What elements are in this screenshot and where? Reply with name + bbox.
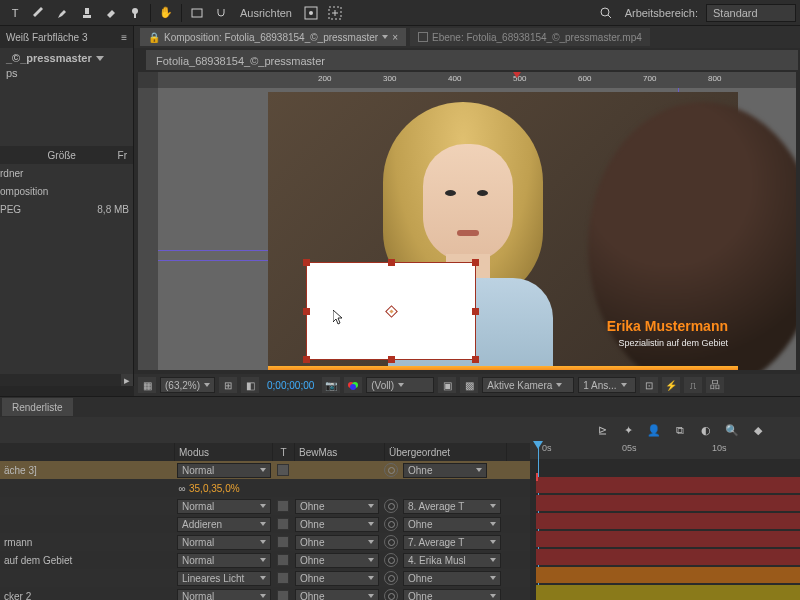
- track-matte-toggle[interactable]: [277, 536, 289, 548]
- fast-preview-icon[interactable]: ⚡: [662, 377, 680, 393]
- resize-handle[interactable]: [303, 308, 310, 315]
- parent-combo[interactable]: Ohne: [403, 517, 501, 532]
- pin-tool-icon[interactable]: [124, 2, 146, 24]
- stamp-tool-icon[interactable]: [76, 2, 98, 24]
- hand-tool-icon[interactable]: ✋: [155, 2, 177, 24]
- mode-combo[interactable]: Normal: [177, 589, 271, 601]
- pickwhip-icon[interactable]: [384, 589, 398, 600]
- bewmas-combo[interactable]: Ohne: [295, 499, 379, 514]
- ruler-vertical[interactable]: [138, 88, 158, 370]
- ruler-origin[interactable]: [138, 72, 158, 88]
- rect-tool-icon[interactable]: [186, 2, 208, 24]
- timeline-icon[interactable]: ⎍: [684, 377, 702, 393]
- bewmas-combo[interactable]: Ohne: [295, 589, 379, 601]
- bewmas-combo[interactable]: Ohne: [295, 571, 379, 586]
- bewmas-combo[interactable]: Ohne: [295, 553, 379, 568]
- anchor-point-icon[interactable]: [385, 305, 398, 318]
- track-area[interactable]: 0s 05s 10s: [530, 441, 800, 600]
- comp-mini-icon[interactable]: ✦: [618, 420, 638, 440]
- pickwhip-icon[interactable]: [384, 571, 398, 585]
- ruler-horizontal[interactable]: 200 300 400 500 600 700 800: [158, 72, 796, 88]
- scroll-right-icon[interactable]: ▸: [121, 374, 133, 386]
- snapshot-icon[interactable]: 📷: [322, 377, 340, 393]
- resize-handle[interactable]: [472, 308, 479, 315]
- mask-icon[interactable]: ◧: [241, 377, 259, 393]
- mode-combo[interactable]: Normal: [177, 463, 271, 478]
- mode-combo[interactable]: Addieren: [177, 517, 271, 532]
- track-matte-toggle[interactable]: [277, 554, 289, 566]
- views-combo[interactable]: 1 Ans...: [578, 377, 636, 393]
- breadcrumb-item[interactable]: Fotolia_68938154_©_pressmaster: [146, 50, 798, 70]
- shy-icon[interactable]: 👤: [644, 420, 664, 440]
- in-point-marker[interactable]: [536, 473, 538, 481]
- search-icon[interactable]: [595, 2, 617, 24]
- track-matte-toggle[interactable]: [277, 518, 289, 530]
- bewmas-combo[interactable]: Ohne: [295, 535, 379, 550]
- frame-blend-icon[interactable]: ⧉: [670, 420, 690, 440]
- brush-tool-icon[interactable]: [52, 2, 74, 24]
- align-bounds-icon[interactable]: [324, 2, 346, 24]
- pickwhip-icon[interactable]: [384, 463, 398, 477]
- parent-combo[interactable]: 7. Average T: [403, 535, 501, 550]
- panel-menu-icon[interactable]: ≡: [121, 32, 127, 43]
- timecode[interactable]: 0;00;00;00: [263, 380, 318, 391]
- mode-combo[interactable]: Normal: [177, 553, 271, 568]
- comp-tab-layer[interactable]: Ebene: Fotolia_68938154_©_pressmaster.mp…: [410, 28, 650, 46]
- workspace-combo[interactable]: Standard: [706, 4, 796, 22]
- pickwhip-icon[interactable]: [384, 535, 398, 549]
- link-icon[interactable]: ∞: [175, 483, 189, 494]
- pickwhip-icon[interactable]: [384, 553, 398, 567]
- resolution-combo[interactable]: (Voll): [366, 377, 434, 393]
- transparency-grid-icon[interactable]: ▩: [460, 377, 478, 393]
- zoom-combo[interactable]: (63,2%): [160, 377, 215, 393]
- roi-icon[interactable]: ▣: [438, 377, 456, 393]
- track-matte-toggle[interactable]: [277, 590, 289, 600]
- eraser-tool-icon[interactable]: [100, 2, 122, 24]
- motion-blur-icon[interactable]: ◐: [696, 420, 716, 440]
- chevron-down-icon[interactable]: [382, 35, 388, 39]
- track-matte-toggle[interactable]: [277, 572, 289, 584]
- pickwhip-icon[interactable]: [384, 499, 398, 513]
- time-ruler[interactable]: 0s 05s 10s: [530, 441, 800, 459]
- brainstorm-icon[interactable]: 🔍: [722, 420, 742, 440]
- resize-handle[interactable]: [303, 259, 310, 266]
- resize-handle[interactable]: [388, 259, 395, 266]
- parent-combo[interactable]: Ohne: [403, 463, 487, 478]
- auto-keyframe-icon[interactable]: ◆: [748, 420, 768, 440]
- project-row[interactable]: omposition: [0, 182, 133, 200]
- bewmas-combo[interactable]: Ohne: [295, 517, 379, 532]
- track-matte-toggle[interactable]: [277, 500, 289, 512]
- scale-value[interactable]: 35,0,35,0%: [189, 483, 240, 494]
- pixel-aspect-icon[interactable]: ⊡: [640, 377, 658, 393]
- resize-handle[interactable]: [303, 356, 310, 363]
- resize-handle[interactable]: [472, 259, 479, 266]
- grid-icon[interactable]: ⊞: [219, 377, 237, 393]
- parent-combo[interactable]: Ohne: [403, 589, 501, 601]
- parent-combo[interactable]: 8. Average T: [403, 499, 501, 514]
- safe-zones-icon[interactable]: ▦: [138, 377, 156, 393]
- project-row[interactable]: rdner: [0, 164, 133, 182]
- viewport[interactable]: 200 300 400 500 600 700 800 Erika M: [138, 72, 796, 370]
- pickwhip-icon[interactable]: [384, 517, 398, 531]
- pen-tool-icon[interactable]: [28, 2, 50, 24]
- type-tool-icon[interactable]: T: [4, 2, 26, 24]
- parent-combo[interactable]: Ohne: [403, 571, 501, 586]
- parent-combo[interactable]: 4. Erika Musl: [403, 553, 501, 568]
- mode-combo[interactable]: Normal: [177, 499, 271, 514]
- resize-handle[interactable]: [472, 356, 479, 363]
- mode-combo[interactable]: Normal: [177, 535, 271, 550]
- canvas[interactable]: Erika Mustermann Spezialistin auf dem Ge…: [158, 88, 796, 370]
- channels-icon[interactable]: [344, 377, 362, 393]
- graph-editor-icon[interactable]: ⊵: [592, 420, 612, 440]
- camera-combo[interactable]: Aktive Kamera: [482, 377, 574, 393]
- scrollbar[interactable]: ▸: [0, 374, 133, 386]
- track-matte-toggle[interactable]: [277, 464, 289, 476]
- project-row[interactable]: PEG8,8 MB: [0, 200, 133, 218]
- mode-combo[interactable]: Lineares Licht: [177, 571, 271, 586]
- resize-handle[interactable]: [388, 356, 395, 363]
- comp-tab-active[interactable]: 🔒 Komposition: Fotolia_68938154_©_pressm…: [140, 28, 406, 46]
- chevron-down-icon[interactable]: [96, 56, 104, 61]
- snap-toggle-icon[interactable]: [210, 2, 232, 24]
- align-center-icon[interactable]: [300, 2, 322, 24]
- close-icon[interactable]: ×: [392, 32, 398, 43]
